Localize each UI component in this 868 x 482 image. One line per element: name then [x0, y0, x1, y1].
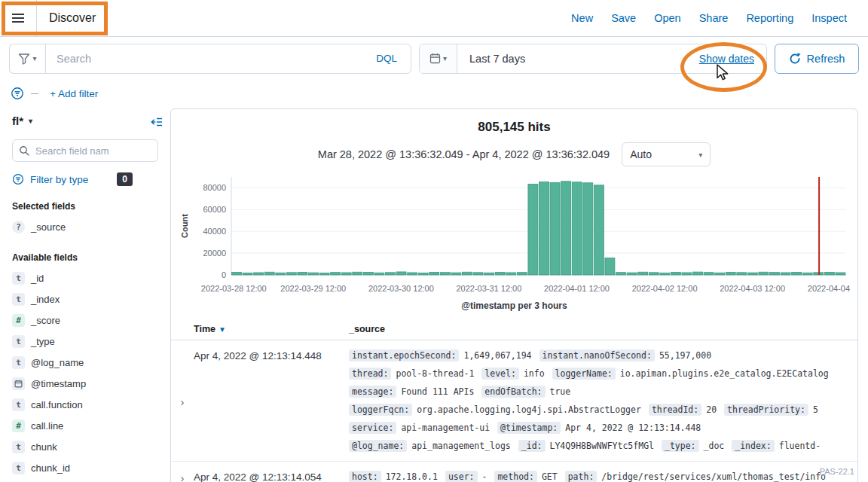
nav-open[interactable]: Open	[654, 12, 680, 24]
histogram-bar[interactable]	[835, 273, 845, 275]
field-value: true	[550, 386, 571, 397]
add-filter-button[interactable]: + Add filter	[45, 87, 102, 100]
nav-save[interactable]: Save	[611, 12, 636, 24]
histogram-bar[interactable]	[539, 182, 549, 276]
histogram-bar[interactable]	[561, 182, 570, 275]
index-pattern-selector[interactable]: fl* ▾	[12, 114, 158, 127]
histogram-bar[interactable]	[396, 272, 406, 275]
histogram-bar[interactable]	[330, 273, 340, 275]
refresh-button[interactable]: Refresh	[775, 44, 859, 74]
histogram-bar[interactable]	[791, 273, 801, 275]
histogram-bar[interactable]	[627, 273, 637, 275]
field-item-_type[interactable]: t_type	[12, 331, 158, 352]
histogram-bar[interactable]	[363, 273, 373, 275]
show-dates-link[interactable]: Show dates	[699, 53, 766, 65]
histogram-bar[interactable]	[407, 273, 417, 275]
field-name: _id	[31, 273, 44, 284]
histogram-bar[interactable]	[243, 273, 252, 275]
histogram-bar[interactable]	[659, 273, 669, 275]
nav-share[interactable]: Share	[699, 12, 729, 24]
histogram-bar[interactable]	[637, 272, 647, 275]
query-language-button[interactable]: DQL	[371, 52, 402, 65]
expand-row-button[interactable]: ›	[171, 343, 194, 455]
histogram-bar[interactable]	[297, 272, 307, 275]
histogram-bar[interactable]	[308, 273, 318, 275]
interval-select[interactable]: Auto ▾	[622, 142, 711, 166]
histogram-bar[interactable]	[484, 273, 494, 275]
nav-inspect[interactable]: Inspect	[811, 12, 847, 24]
available-fields-heading: Available fields	[12, 252, 158, 263]
time-range-display[interactable]: Last 7 days	[457, 53, 699, 65]
field-item-@timestamp[interactable]: @timestamp	[12, 373, 158, 394]
histogram-bar[interactable]	[671, 273, 680, 275]
menu-hamburger-button[interactable]	[0, 0, 37, 36]
histogram-bar[interactable]	[769, 273, 779, 275]
field-name-badge: threadId:	[649, 404, 701, 416]
field-name: chunk	[31, 441, 57, 453]
content-area: fl* ▾ Fi	[0, 107, 868, 481]
field-item-chunk_id[interactable]: tchunk_id	[12, 457, 158, 478]
field-item-@log_name[interactable]: t@log_name	[12, 352, 158, 373]
histogram-bar[interactable]	[517, 273, 527, 275]
histogram-bar[interactable]	[440, 273, 450, 275]
histogram-bar[interactable]	[451, 273, 460, 275]
expand-column-spacer	[171, 324, 194, 334]
histogram-bar[interactable]	[286, 273, 296, 275]
histogram-bar[interactable]	[319, 273, 329, 275]
field-item-call.line[interactable]: #call.line	[12, 415, 158, 436]
histogram-bar[interactable]	[231, 273, 241, 275]
histogram-bar[interactable]	[473, 273, 483, 275]
histogram-bar[interactable]	[714, 273, 724, 275]
histogram-svg[interactable]: 0200004000060000800002022-03-28 12:00202…	[177, 172, 852, 299]
histogram-bar[interactable]	[352, 272, 362, 275]
calendar-button[interactable]: ▾	[420, 44, 457, 73]
histogram-bar[interactable]	[341, 273, 351, 275]
histogram-bar[interactable]	[527, 184, 537, 275]
field-value-pair: method:GET	[494, 468, 557, 482]
histogram-bar[interactable]	[462, 272, 472, 275]
histogram-bar[interactable]	[649, 273, 659, 275]
field-item-call.function[interactable]: tcall.function	[12, 394, 158, 415]
histogram-bar[interactable]	[385, 273, 395, 275]
search-input[interactable]	[55, 52, 371, 66]
histogram-bar[interactable]	[692, 272, 702, 275]
field-item-_score[interactable]: #_score	[12, 310, 158, 331]
filter-by-type-button[interactable]: Filter by type 0	[12, 172, 133, 186]
histogram-bar[interactable]	[681, 273, 691, 275]
histogram-bar[interactable]	[572, 182, 582, 275]
histogram-bar[interactable]	[253, 273, 263, 275]
histogram-bar[interactable]	[275, 273, 285, 275]
nav-new[interactable]: New	[571, 12, 593, 24]
histogram-bar[interactable]	[747, 273, 757, 275]
histogram-bar[interactable]	[616, 273, 625, 275]
histogram-bar[interactable]	[704, 273, 714, 275]
field-item-_index[interactable]: t_index	[12, 288, 158, 310]
collapse-sidebar-button[interactable]	[151, 116, 163, 130]
histogram-bar[interactable]	[264, 272, 274, 275]
histogram-bar[interactable]	[550, 183, 560, 275]
histogram-bar[interactable]	[802, 273, 812, 275]
filter-set-icon[interactable]	[11, 87, 24, 100]
field-item-_id[interactable]: t_id	[12, 267, 158, 288]
histogram-bar[interactable]	[758, 272, 768, 275]
histogram-bar[interactable]	[495, 273, 505, 275]
field-type-source-icon: ?	[12, 221, 25, 233]
field-item-_source[interactable]: ?_source	[12, 216, 158, 237]
expand-row-button[interactable]: ›	[171, 465, 194, 482]
field-item-chunk[interactable]: tchunk	[12, 436, 158, 457]
saved-query-button[interactable]: ▾	[9, 44, 45, 74]
histogram-bar[interactable]	[594, 185, 604, 275]
histogram-bar[interactable]	[781, 273, 790, 275]
nav-reporting[interactable]: Reporting	[746, 12, 793, 24]
histogram-bar[interactable]	[429, 272, 439, 275]
histogram-bar[interactable]	[726, 272, 735, 275]
histogram-bar[interactable]	[506, 273, 515, 275]
histogram-bar[interactable]	[374, 273, 384, 275]
histogram-bar[interactable]	[418, 273, 428, 275]
field-search-input[interactable]	[12, 139, 158, 162]
histogram-bar[interactable]	[736, 273, 746, 275]
histogram-bar[interactable]	[582, 183, 592, 275]
histogram-bar[interactable]	[824, 272, 834, 275]
time-column-header[interactable]: Time ▼	[194, 324, 349, 334]
histogram-bar[interactable]	[604, 258, 614, 275]
